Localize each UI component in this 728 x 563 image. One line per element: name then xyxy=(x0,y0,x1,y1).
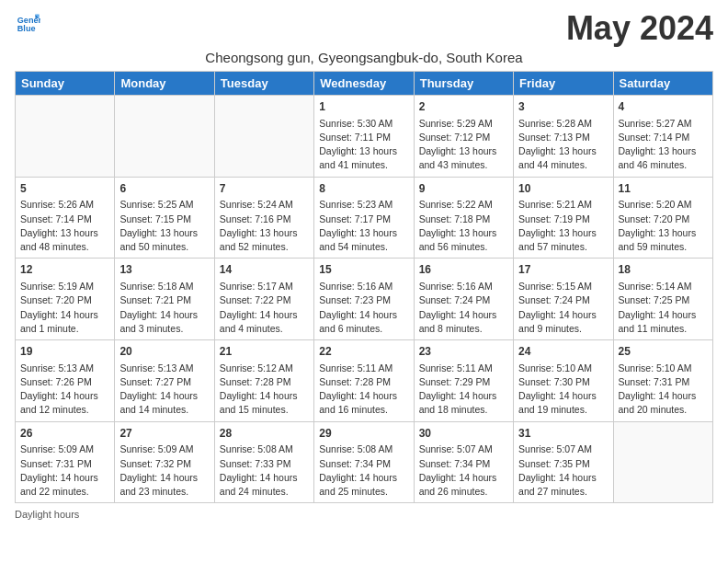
calendar-day-header: Tuesday xyxy=(214,72,313,96)
day-number: 22 xyxy=(319,344,408,360)
calendar-cell: 5Sunrise: 5:26 AMSunset: 7:14 PMDaylight… xyxy=(16,177,115,259)
day-number: 21 xyxy=(220,344,309,360)
calendar-cell: 22Sunrise: 5:11 AMSunset: 7:28 PMDayligh… xyxy=(314,340,414,422)
day-info: Sunrise: 5:10 AMSunset: 7:31 PMDaylight:… xyxy=(619,362,708,418)
day-number: 12 xyxy=(20,262,109,278)
day-info: Sunrise: 5:23 AMSunset: 7:17 PMDaylight:… xyxy=(319,198,408,254)
calendar-cell: 24Sunrise: 5:10 AMSunset: 7:30 PMDayligh… xyxy=(514,340,613,422)
day-info: Sunrise: 5:27 AMSunset: 7:14 PMDaylight:… xyxy=(619,117,708,173)
day-number: 27 xyxy=(119,426,209,442)
calendar-cell: 18Sunrise: 5:14 AMSunset: 7:25 PMDayligh… xyxy=(613,259,712,340)
day-info: Sunrise: 5:08 AMSunset: 7:33 PMDaylight:… xyxy=(220,442,309,499)
calendar-cell: 15Sunrise: 5:16 AMSunset: 7:23 PMDayligh… xyxy=(314,259,414,340)
day-number: 19 xyxy=(20,344,109,360)
day-info: Sunrise: 5:18 AMSunset: 7:21 PMDaylight:… xyxy=(119,280,209,336)
day-info: Sunrise: 5:13 AMSunset: 7:26 PMDaylight:… xyxy=(20,362,109,418)
day-info: Sunrise: 5:17 AMSunset: 7:22 PMDaylight:… xyxy=(220,280,309,336)
day-info: Sunrise: 5:09 AMSunset: 7:31 PMDaylight:… xyxy=(20,442,109,499)
day-info: Sunrise: 5:16 AMSunset: 7:24 PMDaylight:… xyxy=(419,280,508,336)
day-info: Sunrise: 5:22 AMSunset: 7:18 PMDaylight:… xyxy=(419,198,508,254)
day-info: Sunrise: 5:09 AMSunset: 7:32 PMDaylight:… xyxy=(119,442,209,499)
calendar-cell: 28Sunrise: 5:08 AMSunset: 7:33 PMDayligh… xyxy=(214,421,313,503)
calendar-header-row: SundayMondayTuesdayWednesdayThursdayFrid… xyxy=(16,72,713,96)
day-number: 2 xyxy=(419,99,508,115)
logo-icon: General Blue xyxy=(15,9,40,35)
calendar-cell: 25Sunrise: 5:10 AMSunset: 7:31 PMDayligh… xyxy=(613,340,712,422)
calendar-cell: 21Sunrise: 5:12 AMSunset: 7:28 PMDayligh… xyxy=(214,340,313,422)
day-number: 20 xyxy=(119,344,209,360)
calendar-cell: 30Sunrise: 5:07 AMSunset: 7:34 PMDayligh… xyxy=(414,421,513,503)
calendar-cell xyxy=(214,96,313,178)
day-info: Sunrise: 5:10 AMSunset: 7:30 PMDaylight:… xyxy=(518,362,608,418)
day-number: 31 xyxy=(518,426,608,442)
day-info: Sunrise: 5:29 AMSunset: 7:12 PMDaylight:… xyxy=(419,117,508,173)
day-number: 25 xyxy=(619,344,708,360)
day-info: Sunrise: 5:24 AMSunset: 7:16 PMDaylight:… xyxy=(220,198,309,254)
calendar-cell: 16Sunrise: 5:16 AMSunset: 7:24 PMDayligh… xyxy=(414,259,513,340)
calendar-week-row: 1Sunrise: 5:30 AMSunset: 7:11 PMDaylight… xyxy=(16,96,713,178)
day-info: Sunrise: 5:07 AMSunset: 7:35 PMDaylight:… xyxy=(518,442,608,499)
day-number: 30 xyxy=(419,426,508,442)
day-info: Sunrise: 5:11 AMSunset: 7:29 PMDaylight:… xyxy=(419,362,508,418)
calendar-cell: 2Sunrise: 5:29 AMSunset: 7:12 PMDaylight… xyxy=(414,96,513,178)
calendar-cell: 9Sunrise: 5:22 AMSunset: 7:18 PMDaylight… xyxy=(414,177,513,259)
month-title: May 2024 xyxy=(566,9,713,48)
calendar-cell: 29Sunrise: 5:08 AMSunset: 7:34 PMDayligh… xyxy=(314,421,414,503)
day-info: Sunrise: 5:15 AMSunset: 7:24 PMDaylight:… xyxy=(518,280,608,336)
calendar-cell: 7Sunrise: 5:24 AMSunset: 7:16 PMDaylight… xyxy=(214,177,313,259)
calendar-day-header: Thursday xyxy=(414,72,513,96)
day-info: Sunrise: 5:30 AMSunset: 7:11 PMDaylight:… xyxy=(319,117,408,173)
day-number: 3 xyxy=(518,99,608,115)
calendar-day-header: Monday xyxy=(115,72,214,96)
calendar-cell: 4Sunrise: 5:27 AMSunset: 7:14 PMDaylight… xyxy=(613,96,712,178)
calendar-cell: 19Sunrise: 5:13 AMSunset: 7:26 PMDayligh… xyxy=(16,340,115,422)
day-info: Sunrise: 5:08 AMSunset: 7:34 PMDaylight:… xyxy=(319,442,408,499)
calendar-day-header: Wednesday xyxy=(314,72,414,96)
day-number: 5 xyxy=(20,181,109,197)
calendar-cell: 20Sunrise: 5:13 AMSunset: 7:27 PMDayligh… xyxy=(115,340,214,422)
calendar-cell: 12Sunrise: 5:19 AMSunset: 7:20 PMDayligh… xyxy=(16,259,115,340)
location: Cheongsong gun, Gyeongsangbuk-do, South … xyxy=(15,50,713,65)
day-info: Sunrise: 5:25 AMSunset: 7:15 PMDaylight:… xyxy=(119,198,209,254)
calendar-week-row: 26Sunrise: 5:09 AMSunset: 7:31 PMDayligh… xyxy=(16,421,713,503)
calendar-week-row: 5Sunrise: 5:26 AMSunset: 7:14 PMDaylight… xyxy=(16,177,713,259)
day-number: 16 xyxy=(419,262,508,278)
day-info: Sunrise: 5:28 AMSunset: 7:13 PMDaylight:… xyxy=(518,117,608,173)
calendar-week-row: 12Sunrise: 5:19 AMSunset: 7:20 PMDayligh… xyxy=(16,259,713,340)
calendar-cell: 17Sunrise: 5:15 AMSunset: 7:24 PMDayligh… xyxy=(514,259,613,340)
day-number: 15 xyxy=(319,262,408,278)
day-info: Sunrise: 5:19 AMSunset: 7:20 PMDaylight:… xyxy=(20,280,109,336)
day-number: 28 xyxy=(220,426,309,442)
day-number: 14 xyxy=(220,262,309,278)
calendar-cell: 10Sunrise: 5:21 AMSunset: 7:19 PMDayligh… xyxy=(514,177,613,259)
day-number: 7 xyxy=(220,181,309,197)
day-info: Sunrise: 5:21 AMSunset: 7:19 PMDaylight:… xyxy=(518,198,608,254)
day-number: 26 xyxy=(20,426,109,442)
day-number: 10 xyxy=(518,181,608,197)
calendar-week-row: 19Sunrise: 5:13 AMSunset: 7:26 PMDayligh… xyxy=(16,340,713,422)
page: General Blue General Blue May 2024 Cheon… xyxy=(0,0,728,529)
logo: General Blue General Blue xyxy=(15,9,40,35)
calendar-cell: 6Sunrise: 5:25 AMSunset: 7:15 PMDaylight… xyxy=(115,177,214,259)
day-number: 6 xyxy=(119,181,209,197)
calendar-cell: 23Sunrise: 5:11 AMSunset: 7:29 PMDayligh… xyxy=(414,340,513,422)
calendar-cell: 1Sunrise: 5:30 AMSunset: 7:11 PMDaylight… xyxy=(314,96,414,178)
day-number: 9 xyxy=(419,181,508,197)
svg-text:Blue: Blue xyxy=(17,24,36,33)
footer-daylight: Daylight hours xyxy=(15,509,713,520)
calendar-cell: 3Sunrise: 5:28 AMSunset: 7:13 PMDaylight… xyxy=(514,96,613,178)
day-number: 8 xyxy=(319,181,408,197)
calendar-cell: 31Sunrise: 5:07 AMSunset: 7:35 PMDayligh… xyxy=(514,421,613,503)
day-number: 11 xyxy=(619,181,708,197)
calendar-cell: 13Sunrise: 5:18 AMSunset: 7:21 PMDayligh… xyxy=(115,259,214,340)
day-info: Sunrise: 5:16 AMSunset: 7:23 PMDaylight:… xyxy=(319,280,408,336)
calendar-cell xyxy=(613,421,712,503)
day-info: Sunrise: 5:14 AMSunset: 7:25 PMDaylight:… xyxy=(619,280,708,336)
day-number: 29 xyxy=(319,426,408,442)
day-number: 23 xyxy=(419,344,508,360)
day-number: 13 xyxy=(119,262,209,278)
day-info: Sunrise: 5:12 AMSunset: 7:28 PMDaylight:… xyxy=(220,362,309,418)
day-info: Sunrise: 5:11 AMSunset: 7:28 PMDaylight:… xyxy=(319,362,408,418)
calendar-cell: 26Sunrise: 5:09 AMSunset: 7:31 PMDayligh… xyxy=(16,421,115,503)
day-number: 4 xyxy=(619,99,708,115)
